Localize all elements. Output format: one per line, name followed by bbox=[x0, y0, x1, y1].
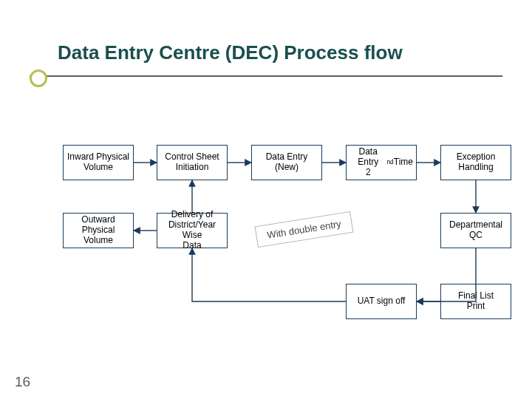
box-delivery: Delivery ofDistrict/Year WiseData bbox=[157, 213, 228, 248]
box-control: Control SheetInitiation bbox=[157, 145, 228, 180]
title-rule bbox=[30, 75, 502, 77]
box-inward: Inward PhysicalVolume bbox=[63, 145, 134, 180]
annotation-note: With double entry bbox=[255, 211, 354, 248]
box-outward: Outward PhysicalVolume bbox=[63, 213, 134, 248]
box-entry2: Data Entry2nd Time bbox=[346, 145, 417, 180]
box-uat: UAT sign off bbox=[346, 284, 417, 319]
page-number: 16 bbox=[15, 374, 30, 390]
box-deptqc: Departmental QC bbox=[440, 213, 511, 248]
slide-title: Data Entry Centre (DEC) Process flow bbox=[58, 41, 403, 64]
box-finalprint: Final ListPrint bbox=[440, 284, 511, 319]
box-entry1: Data Entry (New) bbox=[251, 145, 322, 180]
title-bullet-icon bbox=[30, 69, 47, 87]
box-exception: ExceptionHandling bbox=[440, 145, 511, 180]
slide: Data Entry Centre (DEC) Process flow Inw… bbox=[0, 0, 532, 399]
